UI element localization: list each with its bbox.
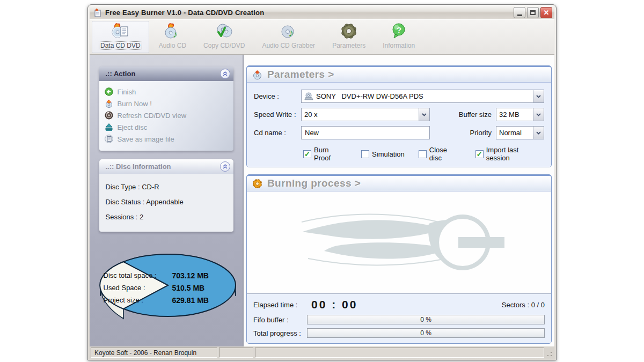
parameters-section: Parameters > Device : SONY DVD+-RW DW-D5…: [246, 65, 552, 167]
eject-icon: [105, 123, 113, 131]
close-disc-checkbox[interactable]: Close disc: [419, 146, 462, 162]
toolbar-information[interactable]: ? Information: [375, 21, 422, 53]
action-eject-disc[interactable]: Eject disc: [104, 121, 229, 133]
burning-header: Burning process >: [247, 175, 551, 191]
total-space-label: Disc total space :: [104, 271, 172, 280]
burning-area: [247, 191, 551, 293]
elapsed-time-value: 00 : 00: [311, 298, 357, 311]
collapse-disc-info-button[interactable]: [220, 161, 230, 172]
copy-cd-icon: [215, 23, 233, 40]
collapse-action-button[interactable]: [220, 69, 230, 79]
checkbox-icon: [361, 150, 369, 158]
priority-dropdown-button[interactable]: [533, 127, 544, 139]
app-icon: [93, 8, 102, 17]
action-item-label: Save as image file: [118, 135, 174, 143]
device-value: SONY DVD+-RW DW-D56A PDS: [316, 92, 423, 100]
speed-write-select[interactable]: 20 x: [301, 108, 430, 121]
disc-status-row: Disc Status : Appendable: [106, 195, 227, 210]
device-select[interactable]: SONY DVD+-RW DW-D56A PDS: [301, 90, 544, 103]
toolbar: Data CD DVD ♪ Audio CD: [90, 19, 554, 55]
disc-usage-pie: Disc total space : 703.12 MB Used Space …: [94, 250, 239, 336]
total-progress-percent: 0 %: [420, 329, 431, 337]
disc-info-panel: ..:: Disc Information Disc Type : CD-R D…: [99, 159, 233, 232]
audio-grabber-icon: ♪: [280, 23, 297, 40]
speed-dropdown-button[interactable]: [419, 108, 429, 121]
project-size-label: Project size :: [104, 296, 172, 305]
action-item-label: Refresh CD/DVD view: [118, 112, 187, 120]
main-content: Parameters > Device : SONY DVD+-RW DW-D5…: [244, 55, 554, 346]
fifo-buffer-progressbar: 0 %: [307, 315, 545, 324]
chevron-up-icon: [222, 164, 228, 169]
burning-info: Elapsed time : 00 : 00 Sectors : 0 / 0 F…: [247, 293, 551, 343]
checkbox-label: Burn Proof: [314, 146, 347, 162]
gear-icon: [340, 23, 357, 40]
priority-select[interactable]: Normal: [496, 126, 544, 139]
chevron-up-icon: [222, 71, 228, 77]
burning-section: Burning process >: [246, 174, 552, 344]
priority-label: Priority: [470, 129, 492, 137]
status-text: Koyote Soft - 2006 - Renan Broquin: [91, 348, 217, 358]
cd-flame-icon: [252, 70, 262, 80]
action-burn-now[interactable]: Burn Now !: [104, 98, 229, 109]
import-last-session-checkbox[interactable]: ✓ Import last session: [475, 146, 544, 162]
disc-type-row: Disc Type : CD-R: [106, 180, 227, 195]
svg-text:♪: ♪: [173, 29, 178, 40]
speed-write-label: Speed Write :: [254, 110, 301, 119]
burn-flame-icon: [105, 99, 113, 108]
title-bar[interactable]: Free Easy Burner V1.0 - Data CD/DVD Crea…: [90, 5, 554, 19]
cd-name-input[interactable]: [301, 126, 430, 139]
checkbox-label: Simulation: [372, 150, 405, 158]
project-size-value: 629.81 MB: [172, 296, 209, 305]
action-refresh-view[interactable]: Refresh CD/DVD view: [104, 109, 229, 121]
toolbar-parameters[interactable]: Parameters: [325, 21, 373, 53]
minimize-button[interactable]: [514, 7, 525, 18]
status-bar: Koyote Soft - 2006 - Renan Broquin: [90, 346, 554, 358]
checkbox-icon: ✓: [475, 150, 484, 158]
burn-data-cd-icon: [111, 23, 129, 40]
app-window: Free Easy Burner V1.0 - Data CD/DVD Crea…: [87, 4, 557, 360]
chevron-down-icon: [536, 95, 541, 98]
toolbar-label: Copy CD/DVD: [203, 42, 245, 49]
simulation-checkbox[interactable]: Simulation: [361, 150, 405, 158]
priority-value: Normal: [499, 129, 522, 137]
checkbox-label: Import last session: [486, 146, 544, 162]
cd-name-label: Cd name :: [254, 129, 301, 137]
burning-title: Burning process >: [267, 178, 361, 189]
orange-gear-icon: [252, 179, 262, 189]
toolbar-copy-cd-dvd[interactable]: Copy CD/DVD: [196, 21, 252, 53]
toolbar-label: Audio CD Grabber: [262, 42, 315, 49]
svg-text:♪: ♪: [288, 27, 294, 39]
buffer-size-label: Buffer size: [459, 110, 492, 119]
close-button[interactable]: ✕: [540, 7, 552, 18]
device-dropdown-button[interactable]: [533, 90, 544, 102]
checkbox-icon: [419, 150, 427, 158]
action-panel: .:: Action Finish: [99, 67, 233, 151]
burn-audio-cd-icon: ♪: [164, 23, 181, 40]
disc-sessions-row: Sessions : 2: [106, 210, 227, 225]
maximize-button[interactable]: [527, 7, 539, 18]
close-icon: ✕: [544, 9, 550, 17]
resize-grip[interactable]: [546, 348, 553, 358]
buffer-size-value: 32 MB: [499, 110, 519, 119]
action-item-label: Burn Now !: [118, 100, 152, 108]
sidebar: .:: Action Finish: [90, 55, 244, 346]
buffer-dropdown-button[interactable]: [533, 108, 544, 121]
disc-usage-labels: Disc total space : 703.12 MB Used Space …: [104, 271, 209, 305]
toolbar-data-cd-dvd[interactable]: Data CD DVD: [92, 21, 149, 53]
toolbar-audio-cd[interactable]: ♪ Audio CD: [151, 21, 194, 53]
toolbar-label: Parameters: [332, 42, 365, 49]
window-title: Free Easy Burner V1.0 - Data CD/DVD Crea…: [105, 9, 264, 17]
device-label: Device :: [254, 92, 301, 100]
burn-proof-checkbox[interactable]: ✓ Burn Proof: [303, 146, 347, 162]
chevron-down-icon: [536, 131, 541, 135]
toolbar-audio-cd-grabber[interactable]: ♪ Audio CD Grabber: [254, 21, 323, 53]
checkbox-label: Close disc: [429, 146, 462, 162]
disc-info-header: ..:: Disc Information: [99, 159, 233, 174]
save-image-icon: [105, 135, 113, 143]
action-finish[interactable]: Finish: [104, 86, 229, 98]
parameters-body: Device : SONY DVD+-RW DW-D56A PDS: [247, 83, 551, 167]
buffer-size-select[interactable]: 32 MB: [496, 108, 544, 121]
action-save-image[interactable]: Save as image file: [104, 133, 229, 145]
chevron-down-icon: [422, 113, 427, 116]
status-cell-3: [255, 348, 544, 358]
